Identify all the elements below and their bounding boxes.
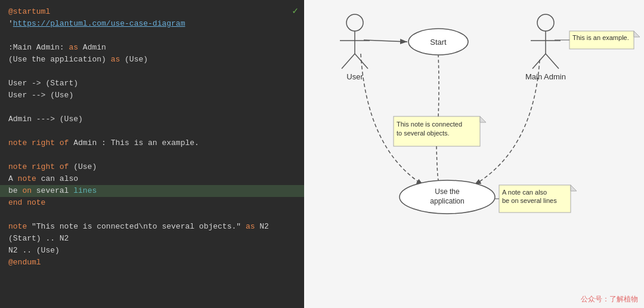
code-line (8, 101, 296, 113)
code-content: @startuml'https://plantuml.com/use-case-… (8, 6, 296, 269)
code-line: (Use the application) as (Use) (8, 54, 296, 66)
use-label-2: application (430, 197, 464, 205)
user-label: User (346, 72, 363, 81)
code-line: @startuml (8, 6, 296, 18)
code-line (8, 125, 296, 137)
use-case-diagram: User Main Admin Start Use (dashed, curve… (304, 0, 644, 308)
code-line: Admin ---> (Use) (8, 113, 296, 125)
code-line: User --> (Use) (8, 90, 296, 101)
code-line: end note (8, 197, 296, 209)
note1-text: This is an example. (572, 34, 629, 41)
code-editor[interactable]: ✓ @startuml'https://plantuml.com/use-cas… (0, 0, 304, 308)
code-line: note "This note is connected\nto several… (8, 221, 296, 233)
code-line (8, 66, 296, 78)
diagram-panel: User Main Admin Start Use (dashed, curve… (304, 0, 644, 308)
use-label-1: Use the (435, 187, 460, 196)
note2-text-1: This note is connected (397, 121, 462, 128)
code-line: @enduml (8, 257, 296, 269)
code-line: User -> (Start) (8, 78, 296, 90)
code-line: note right of Admin : This is an example… (8, 137, 296, 149)
code-line (8, 30, 296, 42)
code-line: 'https://plantuml.com/use-case-diagram (8, 18, 296, 30)
check-icon: ✓ (292, 5, 298, 17)
code-line (8, 209, 296, 221)
code-line: A note can also (8, 173, 296, 185)
admin-label: Main Admin (525, 72, 566, 81)
code-line: note right of (Use) (8, 161, 296, 173)
start-label: Start (430, 38, 447, 47)
code-line: N2 .. (Use) (8, 245, 296, 257)
watermark: 公众号：了解植物 (581, 294, 638, 304)
note3-text-2: be on several lines (502, 197, 557, 204)
note3-text-1: A note can also (502, 189, 547, 196)
code-line (8, 149, 296, 161)
code-line: (Start) .. N2 (8, 233, 296, 245)
code-line: :Main Admin: as Admin (8, 42, 296, 54)
note2-text-2: to several objects. (397, 130, 450, 137)
code-line: be on several lines (0, 185, 304, 197)
